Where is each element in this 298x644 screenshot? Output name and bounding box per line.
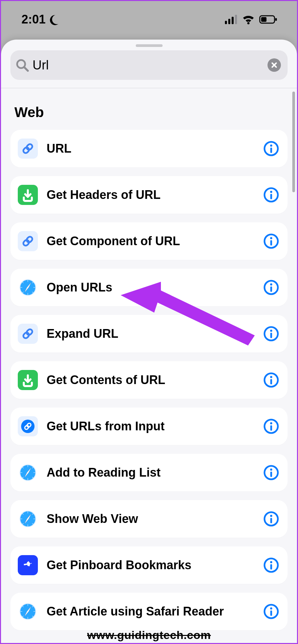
info-button[interactable] (263, 511, 279, 527)
action-row-open-urls[interactable]: Open URLs (10, 269, 288, 306)
download-icon (18, 185, 38, 205)
link-icon (18, 139, 38, 159)
cell-signal-icon (225, 15, 238, 24)
link-icon (18, 324, 38, 344)
section-title-web: Web (1, 88, 297, 130)
action-label: Get Contents of URL (47, 373, 255, 387)
info-button[interactable] (263, 557, 279, 573)
action-label: Expand URL (47, 327, 255, 341)
info-button[interactable] (263, 372, 279, 388)
action-label: Show Web View (47, 512, 255, 526)
action-row-get-headers[interactable]: Get Headers of URL (10, 176, 288, 214)
action-label: Add to Reading List (47, 466, 255, 480)
info-button[interactable] (263, 280, 279, 295)
action-label: Get Component of URL (47, 234, 255, 248)
safari-icon (18, 509, 38, 529)
action-label: Get Headers of URL (47, 188, 255, 202)
info-button[interactable] (263, 141, 279, 156)
link-icon (18, 231, 38, 251)
status-bar: 2:01 (0, 0, 298, 39)
action-list: URL Get Headers of URL Get Component of … (1, 130, 297, 630)
action-picker-sheet: Web URL Get Headers of URL (1, 40, 297, 643)
action-row-urls-from-input[interactable]: Get URLs from Input (10, 408, 288, 445)
info-button[interactable] (263, 465, 279, 480)
safari-icon (18, 463, 38, 483)
sheet-grabber[interactable] (136, 44, 163, 47)
search-icon (15, 58, 29, 72)
action-label: Get Pinboard Bookmarks (47, 558, 255, 572)
info-button[interactable] (263, 419, 279, 434)
moon-icon (48, 14, 59, 25)
download-icon (18, 370, 38, 390)
action-row-pinboard[interactable]: Get Pinboard Bookmarks (10, 546, 288, 584)
info-button[interactable] (263, 187, 279, 203)
info-button[interactable] (263, 233, 279, 249)
clear-search-button[interactable] (267, 58, 281, 72)
results-scroll[interactable]: Web URL Get Headers of URL (1, 88, 297, 643)
action-label: Get Article using Safari Reader (47, 604, 255, 619)
search-bar[interactable] (10, 50, 288, 80)
action-label: URL (47, 142, 255, 156)
info-button[interactable] (263, 604, 279, 619)
pinboard-icon (18, 555, 38, 575)
action-row-reading-list[interactable]: Add to Reading List (10, 454, 288, 491)
status-left: 2:01 (21, 12, 59, 26)
action-label: Open URLs (47, 280, 255, 294)
action-row-url[interactable]: URL (10, 130, 288, 167)
action-row-show-web-view[interactable]: Show Web View (10, 500, 288, 538)
action-row-get-component[interactable]: Get Component of URL (10, 222, 288, 260)
link-on-blue-icon (18, 416, 38, 436)
scroll-indicator (292, 92, 295, 192)
info-button[interactable] (263, 326, 279, 341)
action-label: Get URLs from Input (47, 419, 255, 433)
wifi-icon (242, 14, 255, 25)
action-row-safari-reader[interactable]: Get Article using Safari Reader (10, 593, 288, 630)
action-row-expand-url[interactable]: Expand URL (10, 315, 288, 353)
search-input[interactable] (33, 58, 264, 72)
status-time: 2:01 (21, 12, 46, 26)
action-row-get-contents[interactable]: Get Contents of URL (10, 361, 288, 399)
safari-icon (18, 277, 38, 298)
status-right (225, 14, 278, 25)
close-icon (270, 61, 279, 69)
safari-icon (18, 601, 38, 622)
battery-icon (259, 14, 278, 24)
